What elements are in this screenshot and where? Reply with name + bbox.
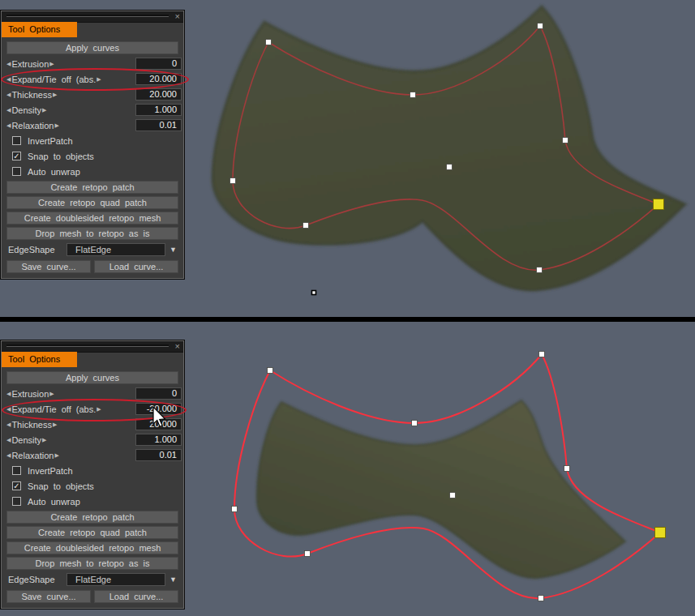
control-point[interactable] bbox=[410, 92, 416, 98]
spinner-thickness: ◀ Thickness ▶ 20.000 bbox=[6, 88, 178, 101]
spinner-label: Expand/Tie off (abs. bbox=[11, 75, 97, 84]
control-point[interactable] bbox=[538, 596, 544, 601]
drop-mesh-to-retopo-button[interactable]: Drop mesh to retopo as is bbox=[6, 557, 178, 570]
mouse-cursor bbox=[148, 404, 168, 429]
control-point[interactable] bbox=[303, 223, 309, 229]
control-point[interactable] bbox=[232, 507, 238, 512]
spinner-right-icon[interactable]: ▶ bbox=[53, 88, 57, 101]
control-point[interactable] bbox=[537, 267, 543, 273]
tool-options-panel: × Tool Options Apply curves ◀ Extrusion … bbox=[1, 340, 184, 609]
spinner-right-icon[interactable]: ▶ bbox=[54, 449, 58, 461]
spinner-relaxation: ◀ Relaxation ▶ 0.01 bbox=[6, 449, 178, 461]
spinner-label: Expand/Tie off (abs. bbox=[11, 404, 97, 414]
control-point[interactable] bbox=[412, 421, 418, 426]
dropdown-arrow-icon[interactable]: ▼ bbox=[169, 575, 177, 584]
control-point[interactable] bbox=[563, 138, 568, 143]
control-point[interactable] bbox=[539, 352, 545, 357]
save-curve-button[interactable]: Save curve... bbox=[6, 260, 91, 273]
control-point[interactable] bbox=[266, 40, 272, 45]
edgeshape-select[interactable]: FlatEdge bbox=[66, 243, 165, 256]
checkbox-invertpatch[interactable]: InvertPatch bbox=[6, 464, 178, 477]
checkbox-box[interactable] bbox=[12, 167, 21, 176]
spinner-value[interactable]: 0 bbox=[135, 58, 182, 70]
checkbox-auto-unwrap[interactable]: Auto unwrap bbox=[6, 165, 178, 178]
checkbox-box[interactable] bbox=[12, 466, 21, 475]
spinner-right-icon[interactable]: ▶ bbox=[42, 104, 46, 116]
checkbox-box[interactable] bbox=[12, 497, 21, 506]
checkbox-label: Snap to objects bbox=[27, 152, 95, 161]
control-point[interactable] bbox=[564, 466, 570, 472]
spinner-right-icon[interactable]: ▶ bbox=[97, 403, 101, 415]
create-doublesided-retopo-mesh-button[interactable]: Create doublesided retopo mesh bbox=[6, 541, 178, 554]
edgeshape-label: EdgeShape bbox=[7, 575, 56, 584]
close-icon[interactable]: × bbox=[175, 341, 180, 351]
load-curve-button[interactable]: Load curve... bbox=[94, 590, 178, 603]
control-point[interactable] bbox=[538, 24, 543, 29]
spinner-value[interactable]: 1.000 bbox=[135, 434, 182, 446]
selected-control-point[interactable] bbox=[654, 199, 664, 210]
spinner-extrusion: ◀ Extrusion ▶ 0 bbox=[6, 387, 178, 400]
spinner-extrusion: ◀ Extrusion ▶ 0 bbox=[6, 58, 178, 70]
spinner-right-icon[interactable]: ▶ bbox=[97, 73, 101, 85]
checkbox-box[interactable]: ✓ bbox=[12, 481, 21, 490]
spinner-expand-tie-off: ◀ Expand/Tie off (abs. ▶ 20.000 bbox=[6, 73, 178, 85]
spinner-relaxation: ◀ Relaxation ▶ 0.01 bbox=[6, 119, 178, 131]
tab-tool-options[interactable]: Tool Options bbox=[2, 22, 77, 37]
viewport-divider bbox=[0, 317, 695, 322]
curve-start-point[interactable] bbox=[312, 291, 316, 295]
spinner-value[interactable]: 0 bbox=[135, 387, 182, 400]
checkbox-label: InvertPatch bbox=[27, 466, 74, 476]
spinner-value[interactable]: 0.01 bbox=[135, 449, 182, 461]
spinner-label: Density bbox=[11, 105, 42, 115]
patch-surface-expanded bbox=[212, 6, 685, 290]
control-point[interactable] bbox=[230, 178, 236, 184]
control-point[interactable] bbox=[447, 165, 453, 170]
spinner-label: Thickness bbox=[11, 420, 53, 430]
spinner-right-icon[interactable]: ▶ bbox=[54, 119, 58, 131]
edgeshape-label: EdgeShape bbox=[7, 245, 56, 255]
save-curve-button[interactable]: Save curve... bbox=[6, 590, 91, 603]
spinner-label: Thickness bbox=[11, 90, 53, 100]
edgeshape-select[interactable]: FlatEdge bbox=[66, 573, 165, 586]
create-retopo-patch-button[interactable]: Create retopo patch bbox=[6, 511, 178, 524]
control-point[interactable] bbox=[305, 551, 311, 557]
spinner-value[interactable]: 20.000 bbox=[135, 88, 182, 101]
create-doublesided-retopo-mesh-button[interactable]: Create doublesided retopo mesh bbox=[6, 212, 178, 225]
tab-tool-options[interactable]: Tool Options bbox=[2, 352, 77, 367]
spinner-value[interactable]: 0.01 bbox=[135, 119, 182, 131]
spinner-value[interactable]: 20.000 bbox=[135, 73, 182, 85]
checkbox-snap-to-objects[interactable]: ✓ Snap to objects bbox=[6, 480, 178, 492]
app-screen: × Tool Options Apply curves ◀ Extrusion … bbox=[0, 0, 695, 616]
checkbox-box[interactable] bbox=[12, 136, 21, 145]
control-point[interactable] bbox=[268, 368, 273, 374]
edgeshape-row: EdgeShape FlatEdge ▼ bbox=[6, 572, 178, 586]
checkbox-box[interactable]: ✓ bbox=[12, 152, 21, 160]
create-retopo-quad-patch-button[interactable]: Create retopo quad patch bbox=[6, 526, 178, 539]
dropdown-arrow-icon[interactable]: ▼ bbox=[169, 246, 177, 254]
apply-curves-button[interactable]: Apply curves bbox=[6, 41, 178, 54]
selected-control-point[interactable] bbox=[655, 528, 666, 538]
create-retopo-quad-patch-button[interactable]: Create retopo quad patch bbox=[6, 196, 178, 209]
edgeshape-row: EdgeShape FlatEdge ▼ bbox=[6, 242, 178, 256]
control-point[interactable] bbox=[450, 493, 456, 498]
spinner-label: Density bbox=[11, 435, 42, 445]
apply-curves-button[interactable]: Apply curves bbox=[6, 371, 178, 384]
checkbox-invertpatch[interactable]: InvertPatch bbox=[6, 135, 178, 147]
spinner-right-icon[interactable]: ▶ bbox=[53, 418, 57, 430]
panel-titlebar[interactable]: × bbox=[2, 341, 183, 353]
drag-grip bbox=[6, 344, 169, 347]
close-icon[interactable]: × bbox=[175, 11, 180, 21]
spinner-right-icon[interactable]: ▶ bbox=[49, 387, 54, 400]
checkbox-auto-unwrap[interactable]: Auto unwrap bbox=[6, 495, 178, 507]
spinner-right-icon[interactable]: ▶ bbox=[42, 434, 46, 446]
spinner-value[interactable]: 1.000 bbox=[135, 104, 182, 116]
check-icon: ✓ bbox=[13, 482, 19, 490]
checkbox-snap-to-objects[interactable]: ✓ Snap to objects bbox=[6, 150, 178, 162]
load-curve-button[interactable]: Load curve... bbox=[94, 260, 178, 273]
create-retopo-patch-button[interactable]: Create retopo patch bbox=[6, 181, 178, 194]
spinner-right-icon[interactable]: ▶ bbox=[49, 58, 54, 70]
panel-titlebar[interactable]: × bbox=[2, 11, 183, 23]
spinner-label: Relaxation bbox=[11, 451, 54, 460]
drop-mesh-to-retopo-button[interactable]: Drop mesh to retopo as is bbox=[6, 227, 178, 240]
checkbox-label: InvertPatch bbox=[27, 136, 74, 146]
